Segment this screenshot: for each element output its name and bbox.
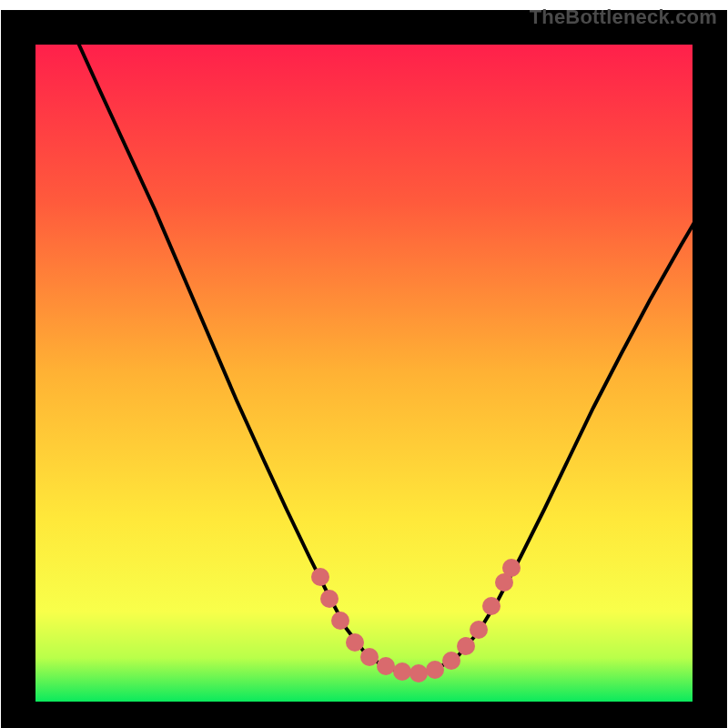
- watermark-text: TheBottleneck.com: [530, 5, 717, 29]
- curve-marker: [377, 657, 395, 675]
- curve-marker: [393, 662, 411, 681]
- curve-marker: [410, 664, 428, 682]
- curve-marker: [482, 597, 500, 615]
- chart-container: TheBottleneck.com: [0, 0, 728, 728]
- curve-marker: [470, 621, 488, 639]
- plot-background: [33, 42, 695, 704]
- curve-marker: [426, 661, 444, 679]
- curve-marker: [457, 637, 475, 655]
- curve-marker: [442, 652, 460, 670]
- curve-marker: [360, 648, 379, 666]
- curve-marker: [331, 612, 349, 630]
- curve-marker: [311, 568, 329, 586]
- curve-marker: [320, 590, 339, 608]
- curve-marker: [502, 559, 521, 577]
- chart-svg: [0, 0, 728, 728]
- curve-marker: [346, 633, 364, 652]
